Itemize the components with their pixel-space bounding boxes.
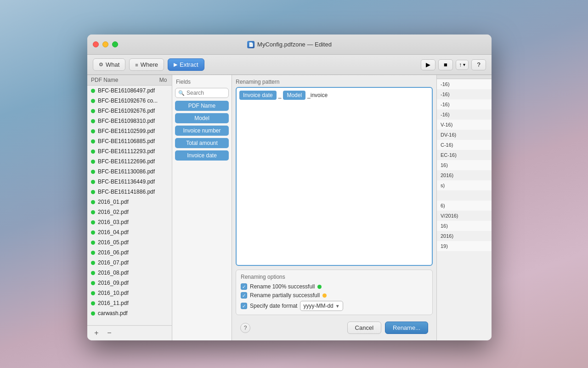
pattern-token-tag[interactable]: Model [283, 91, 305, 100]
results-items: -16)-16)-16)-16)V-16)DV-16)C-16)EC-16)16… [437, 79, 492, 251]
file-name: 2016_11.pdf [98, 300, 168, 306]
checkmark-icon: ✓ [242, 293, 246, 298]
file-status-dot [91, 89, 95, 93]
stop-action-button[interactable]: ■ [438, 59, 453, 70]
file-name: BFC-BE161122696.pdf [98, 158, 168, 165]
file-item[interactable]: 2016_11.pdf [87, 298, 172, 308]
file-status-dot [91, 301, 95, 305]
field-tag[interactable]: Invoice number [175, 126, 229, 136]
remove-file-button[interactable]: − [105, 328, 114, 338]
result-item: 6) [437, 201, 492, 211]
share-arrow-icon: ▾ [463, 62, 465, 67]
cancel-button[interactable]: Cancel [347, 322, 381, 334]
file-status-dot [91, 129, 95, 133]
option2-checkbox[interactable]: ✓ [241, 292, 247, 299]
file-item[interactable]: BFC-BE161112293.pdf [87, 146, 172, 156]
file-status-dot [91, 261, 95, 265]
file-item[interactable]: BFC-BE161092676.pdf [87, 106, 172, 116]
rename-button[interactable]: Rename... [385, 322, 428, 334]
extract-area: Renaming pattern Invoice date_Model_invo… [232, 75, 436, 340]
help-toolbar-button[interactable]: ? [471, 59, 486, 70]
file-status-dot [91, 281, 95, 285]
field-tag[interactable]: Total amount [175, 138, 229, 148]
file-status-dot [91, 311, 95, 316]
window-title: MyConfig.pdfzone — Edited [257, 41, 332, 48]
file-status-dot [91, 190, 95, 194]
result-item [437, 190, 492, 201]
file-name: carwash.pdf [98, 310, 168, 316]
results-column: -16)-16)-16)-16)V-16)DV-16)C-16)EC-16)16… [436, 75, 492, 340]
minimize-button[interactable] [102, 41, 108, 47]
file-item[interactable]: 2016_01.pdf [87, 197, 172, 207]
file-item[interactable]: 2016_06.pdf [87, 247, 172, 258]
search-input[interactable] [187, 90, 226, 96]
file-item[interactable]: BFC-BE161092676 co... [87, 96, 172, 106]
file-item[interactable]: 2016_08.pdf [87, 268, 172, 278]
file-name: 2016_06.pdf [98, 249, 168, 256]
close-button[interactable] [93, 41, 99, 47]
result-item: EC-16) [437, 150, 492, 160]
file-item[interactable]: BFC-BE161098310.pdf [87, 116, 172, 126]
file-item[interactable]: 2016_05.pdf [87, 237, 172, 247]
pattern-token-tag[interactable]: Invoice date [239, 91, 277, 100]
file-status-dot [91, 119, 95, 123]
search-icon: 🔍 [178, 90, 185, 96]
main-window: 📄 MyConfig.pdfzone — Edited ⚙ What ≡ Whe… [87, 34, 492, 340]
file-name: BFC-BE161112293.pdf [98, 148, 168, 155]
field-tags-list: PDF NameModelInvoice numberTotal amountI… [175, 101, 229, 161]
renaming-options-section: Renaming options ✓ Rename 100% successfu… [236, 270, 433, 315]
pattern-token-separator: _ [278, 92, 282, 98]
where-button[interactable]: ≡ Where [129, 58, 164, 71]
file-item[interactable]: BFC-BE161122696.pdf [87, 156, 172, 167]
option3-checkbox[interactable]: ✓ [241, 303, 247, 309]
file-name: BFC-BE161130086.pdf [98, 168, 168, 175]
field-tag[interactable]: Model [175, 113, 229, 123]
gear-icon: ⚙ [99, 62, 103, 68]
file-item[interactable]: 2016_09.pdf [87, 278, 172, 288]
file-list-header: PDF Name Mo [87, 75, 172, 86]
file-item[interactable]: BFC-BE161136449.pdf [87, 177, 172, 187]
date-format-dropdown[interactable]: yyyy-MM-dd ▼ [300, 301, 343, 311]
file-item[interactable]: BFC-BE161086497.pdf [87, 86, 172, 96]
where-label: Where [141, 61, 158, 68]
extract-button[interactable]: ▶ Extract [168, 58, 204, 71]
file-item[interactable]: carwash.pdf [87, 308, 172, 318]
add-file-button[interactable]: + [92, 328, 101, 338]
main-content: PDF Name Mo BFC-BE161086497.pdf BFC-BE16… [87, 75, 492, 340]
file-item[interactable]: BFC-BE161130086.pdf [87, 167, 172, 177]
option-row-2: ✓ Rename partially successfull [241, 292, 428, 299]
result-item: -16) [437, 109, 492, 120]
file-item[interactable]: 2016_02.pdf [87, 207, 172, 217]
share-button[interactable]: ↑ ▾ [456, 60, 469, 70]
file-item[interactable]: 2016_04.pdf [87, 227, 172, 237]
field-tag[interactable]: Invoice date [175, 150, 229, 161]
col-name-header: PDF Name [91, 77, 154, 83]
traffic-lights [93, 41, 118, 47]
result-item: 16) [437, 221, 492, 231]
field-tag[interactable]: PDF Name [175, 101, 229, 111]
file-status-dot [91, 170, 95, 174]
file-list-footer: + − [87, 325, 172, 340]
option3-label: Specify date format [250, 303, 297, 309]
file-item[interactable]: 2016_07.pdf [87, 258, 172, 268]
file-item[interactable]: BFC-BE161106885.pdf [87, 136, 172, 146]
file-item[interactable]: BFC-BE161141886.pdf [87, 187, 172, 197]
result-item: -16) [437, 99, 492, 109]
what-button[interactable]: ⚙ What [93, 58, 125, 71]
date-format-value: yyyy-MM-dd [303, 303, 333, 309]
file-status-dot [91, 291, 95, 295]
file-status-dot [91, 251, 95, 255]
file-item[interactable]: BFC-BE161102599.pdf [87, 126, 172, 136]
result-item: 19) [437, 241, 492, 251]
file-item[interactable]: 2016_10.pdf [87, 288, 172, 298]
play-action-button[interactable]: ▶ [421, 59, 435, 70]
option1-label: Rename 100% successfull [250, 283, 315, 290]
play-icon: ▶ [174, 62, 177, 68]
file-item[interactable]: 2016_03.pdf [87, 217, 172, 227]
file-name: BFC-BE161092676.pdf [98, 108, 168, 114]
maximize-button[interactable] [112, 41, 118, 47]
file-name: BFC-BE161106885.pdf [98, 138, 168, 144]
help-button[interactable]: ? [240, 323, 250, 333]
pattern-box[interactable]: Invoice date_Model_invoice [236, 87, 433, 266]
option1-checkbox[interactable]: ✓ [241, 283, 247, 290]
